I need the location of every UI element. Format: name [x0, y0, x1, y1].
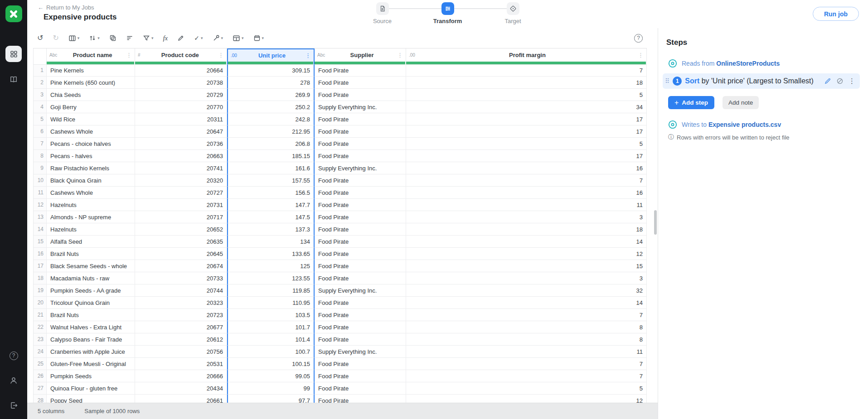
cell[interactable]: 157.55: [227, 174, 315, 187]
cell[interactable]: 20661: [135, 395, 227, 403]
cell[interactable]: Pecans - choice halves: [47, 138, 135, 150]
cell[interactable]: 20652: [135, 223, 227, 236]
cell[interactable]: Food Pirate: [315, 211, 406, 223]
cell[interactable]: 20531: [135, 358, 227, 370]
cell[interactable]: Food Pirate: [315, 297, 406, 309]
filter-icon[interactable]: ▾: [143, 34, 154, 42]
column-menu-icon[interactable]: ⋮: [305, 52, 311, 59]
cell[interactable]: 278: [227, 77, 315, 89]
cell[interactable]: Supply Everything Inc.: [315, 346, 406, 358]
cell[interactable]: 3: [406, 211, 647, 223]
cell[interactable]: 18: [406, 223, 647, 236]
table-icon[interactable]: ▾: [233, 34, 244, 42]
cell[interactable]: 123.55: [227, 272, 315, 284]
cell[interactable]: Almonds - NP supreme: [47, 211, 135, 223]
cell[interactable]: Alfalfa Seed: [47, 236, 135, 248]
cell[interactable]: 17: [406, 113, 647, 125]
cell[interactable]: Calypso Beans - Fair Trade: [47, 333, 135, 346]
cell[interactable]: 14: [406, 236, 647, 248]
cell[interactable]: 8: [406, 321, 647, 333]
column-header-supplier[interactable]: AbcSupplier⋮: [315, 48, 406, 65]
stepper-transform[interactable]: Transform: [441, 2, 454, 15]
cell[interactable]: 3: [406, 272, 647, 284]
cell[interactable]: Food Pirate: [315, 382, 406, 395]
column-header-profit-margin[interactable]: .00Profit margin⋮: [406, 48, 647, 65]
cell[interactable]: 20770: [135, 101, 227, 113]
cell[interactable]: 20647: [135, 125, 227, 138]
cell[interactable]: Supply Everything Inc.: [315, 101, 406, 113]
cell[interactable]: Food Pirate: [315, 174, 406, 187]
sort-step[interactable]: ⠿ 1 Sort by 'Unit price' (Largest to Sma…: [663, 73, 860, 89]
cell[interactable]: 20323: [135, 297, 227, 309]
formula-icon[interactable]: fx: [163, 34, 168, 42]
cell[interactable]: Hazelnuts: [47, 223, 135, 236]
cell[interactable]: 309.15: [227, 64, 315, 77]
cell[interactable]: Food Pirate: [315, 223, 406, 236]
cell[interactable]: 12: [406, 395, 647, 403]
cell[interactable]: 20717: [135, 211, 227, 223]
cell[interactable]: 7: [406, 309, 647, 321]
filter-rows-icon[interactable]: [126, 34, 133, 42]
stepper-source[interactable]: Source: [376, 2, 389, 15]
cell[interactable]: Food Pirate: [315, 138, 406, 150]
cell[interactable]: Black Sesame Seeds - whole: [47, 260, 135, 272]
cell[interactable]: Food Pirate: [315, 187, 406, 199]
cell[interactable]: 147.7: [227, 199, 315, 211]
cell[interactable]: Wild Rice: [47, 113, 135, 125]
sort-icon[interactable]: ▾: [89, 34, 100, 42]
cell[interactable]: Cashews Whole: [47, 125, 135, 138]
cell[interactable]: Food Pirate: [315, 358, 406, 370]
cell[interactable]: 7: [406, 358, 647, 370]
cell[interactable]: Food Pirate: [315, 321, 406, 333]
edit-step-icon[interactable]: [824, 77, 831, 85]
cell[interactable]: 20723: [135, 309, 227, 321]
cell[interactable]: Food Pirate: [315, 89, 406, 101]
columns-icon[interactable]: ▾: [68, 34, 80, 42]
column-menu-icon[interactable]: ⋮: [638, 52, 644, 58]
cell[interactable]: Chia Seeds: [47, 89, 135, 101]
sidebar-item-jobs[interactable]: [5, 46, 22, 62]
cell[interactable]: 16: [406, 162, 647, 174]
column-header-product-code[interactable]: #Product code⋮: [135, 48, 227, 65]
cell[interactable]: 16: [406, 187, 647, 199]
cell[interactable]: 20311: [135, 113, 227, 125]
cell[interactable]: 20612: [135, 333, 227, 346]
cell[interactable]: Poppy Seed: [47, 395, 135, 403]
cell[interactable]: 20738: [135, 77, 227, 89]
cell[interactable]: 101.4: [227, 333, 315, 346]
cell[interactable]: 11: [406, 199, 647, 211]
cell[interactable]: Walnut Halves - Extra Light: [47, 321, 135, 333]
cell[interactable]: 269.9: [227, 89, 315, 101]
cell[interactable]: 32: [406, 284, 647, 297]
cell[interactable]: 119.85: [227, 284, 315, 297]
cell[interactable]: 11: [406, 346, 647, 358]
cell[interactable]: 147.5: [227, 211, 315, 223]
cell[interactable]: 20756: [135, 346, 227, 358]
cell[interactable]: Hazelnuts: [47, 199, 135, 211]
cell[interactable]: 7: [406, 64, 647, 77]
write-step[interactable]: Writes to Expensive products.csv: [666, 120, 861, 129]
cell[interactable]: 20741: [135, 162, 227, 174]
cell[interactable]: 103.5: [227, 309, 315, 321]
cell[interactable]: 101.7: [227, 321, 315, 333]
app-logo[interactable]: [5, 5, 22, 22]
validate-icon[interactable]: ✓▾: [194, 35, 203, 41]
cell[interactable]: Cashews Whole: [47, 187, 135, 199]
stepper-target[interactable]: Target: [507, 2, 519, 15]
cell[interactable]: Supply Everything Inc.: [315, 162, 406, 174]
cell[interactable]: 15: [406, 260, 647, 272]
cell[interactable]: 250.2: [227, 101, 315, 113]
cell[interactable]: 242.8: [227, 113, 315, 125]
cell[interactable]: 133.65: [227, 248, 315, 260]
cell[interactable]: Cranberries with Apple Juice: [47, 346, 135, 358]
cell[interactable]: 5: [406, 382, 647, 395]
help-icon[interactable]: ?: [5, 347, 22, 364]
toolbar-help-icon[interactable]: ?: [634, 34, 643, 43]
edit-cells-icon[interactable]: [177, 34, 184, 42]
drag-handle-icon[interactable]: ⠿: [665, 77, 669, 85]
cell[interactable]: 20674: [135, 260, 227, 272]
cell[interactable]: 17: [406, 150, 647, 162]
cell[interactable]: 212.95: [227, 125, 315, 138]
cell[interactable]: Pumpkin Seeds - AA grade: [47, 284, 135, 297]
read-step[interactable]: Reads from OnlineStoreProducts: [666, 59, 861, 68]
